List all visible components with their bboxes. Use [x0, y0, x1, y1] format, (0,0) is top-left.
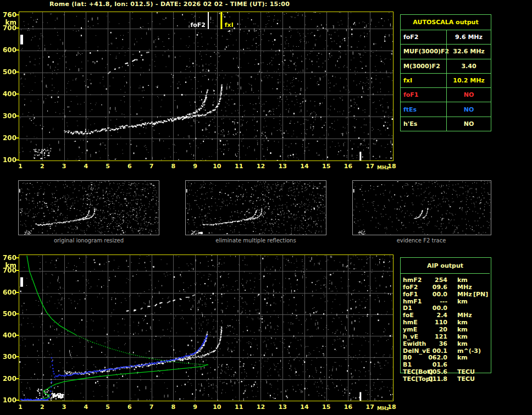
thumbnail-evidence-f2-trace — [352, 180, 491, 235]
aip-row-label: hmE — [403, 319, 418, 326]
aip-row-label: B0 — [403, 355, 412, 361]
aip-row: Ewidth36km — [400, 341, 494, 347]
y-tick-label: 500 — [1, 68, 16, 76]
x-tick-label: 6 — [124, 163, 136, 170]
autoscala-row-label: fxI — [401, 74, 446, 87]
x-tick-label: 1 — [14, 403, 26, 411]
aip-row: hmF2254km — [400, 277, 494, 284]
bottom-x-axis-unit: MHz — [377, 406, 389, 411]
x-tick-label: 5 — [102, 163, 114, 170]
y-tick-mark — [16, 400, 19, 401]
autoscala-row-label: M(3000)F2 — [401, 59, 446, 73]
aip-row-unit: MHz — [457, 291, 472, 298]
y-tick-label: 200 — [1, 134, 16, 142]
aip-row: hmE110km — [400, 319, 494, 326]
x-tick-label: 3 — [58, 163, 70, 170]
thumbnail-original-ionogram — [18, 180, 159, 235]
thumbnail-caption-2: eliminate multiple reflections — [185, 237, 326, 244]
autoscala-row: ftEsNO — [401, 102, 491, 116]
page-title: Rome (lat: +41.8, lon: 012.5) - DATE: 20… — [49, 1, 290, 8]
autoscala-table-rows: foF29.6 MHzMUF(3000)F232.6 MHzM(3000)F23… — [401, 30, 491, 131]
autoscala-row: h'EsNO — [401, 117, 491, 131]
aip-row-label: ymE — [403, 327, 417, 333]
y-tick-label: 760 — [1, 11, 16, 19]
autoscala-row-value: 3.40 — [446, 59, 491, 73]
aip-row-unit: MHz — [457, 312, 472, 319]
x-tick-label: 7 — [146, 403, 158, 411]
aip-row-value: 062.0 — [421, 355, 447, 361]
aip-row-unit: MHz — [457, 284, 472, 291]
aip-row-unit: km — [457, 298, 468, 305]
y-tick-mark — [16, 115, 19, 117]
y-tick-label: 600 — [1, 46, 16, 54]
autoscala-output-table: AUTOSCALA output foF29.6 MHzMUF(3000)F23… — [400, 14, 491, 131]
x-tick-label: 10 — [211, 163, 223, 170]
top-ionogram-plot — [19, 12, 394, 161]
x-tick-label: 3 — [58, 403, 70, 411]
y-tick-mark — [16, 270, 19, 271]
aip-row-unit: km — [457, 355, 468, 361]
x-tick-label: 5 — [102, 403, 114, 411]
aip-row-label: B1 — [403, 362, 412, 368]
y-tick-mark — [16, 93, 19, 95]
aip-row: TEC[Top]011.8TECU — [400, 376, 494, 383]
aip-row-value: 254 — [421, 277, 447, 284]
autoscala-app-window: Rome (lat: +41.8, lon: 012.5) - DATE: 20… — [0, 0, 532, 415]
x-tick-label: 16 — [342, 403, 354, 411]
autoscala-row: foF29.6 MHz — [401, 30, 491, 44]
aip-row: B101.6 — [400, 362, 494, 368]
autoscala-row: M(3000)F23.40 — [401, 59, 491, 73]
y-tick-mark — [16, 27, 19, 29]
autoscala-table-title: AUTOSCALA output — [401, 15, 491, 30]
y-axis-unit: km — [1, 262, 16, 269]
autoscala-row-label: h'Es — [401, 117, 446, 131]
aip-row-unit: km — [457, 327, 468, 333]
y-tick-mark — [16, 356, 19, 357]
aip-row-value: 00.0 — [421, 305, 447, 312]
autoscala-row-value: 10.2 MHz — [446, 74, 491, 87]
x-tick-label: 12 — [254, 403, 267, 411]
aip-row-label: hmF2 — [403, 277, 422, 284]
autoscala-row-label: MUF(3000)F2 — [401, 45, 446, 58]
top-x-axis-unit: MHz — [377, 165, 389, 170]
y-tick-label: 400 — [1, 90, 16, 98]
y-tick-label: 760 — [1, 254, 16, 262]
y-tick-mark — [16, 137, 19, 139]
y-tick-mark — [16, 159, 19, 161]
autoscala-row: MUF(3000)F232.6 MHz — [401, 44, 491, 58]
x-tick-label: 14 — [298, 403, 311, 411]
y-tick-mark — [16, 257, 19, 258]
y-tick-label: 200 — [1, 375, 16, 383]
y-tick-label: 500 — [1, 310, 16, 318]
x-tick-label: 2 — [36, 163, 48, 170]
aip-row: foE2.4MHz — [400, 312, 494, 319]
x-tick-label: 2 — [36, 403, 48, 411]
aip-row-label: foF2 — [403, 284, 418, 291]
thumbnail-caption-1: original ionogram resized — [18, 237, 159, 244]
autoscala-row: foF1NO — [401, 87, 491, 102]
x-tick-label: 6 — [124, 403, 136, 411]
aip-row: foF209.6MHz — [400, 284, 494, 291]
aip-table-title: AIP output — [401, 258, 490, 274]
aip-row-label: foF1 — [403, 291, 418, 298]
aip-row: D100.0 — [400, 305, 494, 312]
y-tick-label: 300 — [1, 353, 16, 361]
autoscala-row-label: ftEs — [401, 102, 446, 116]
x-tick-label: 7 — [146, 163, 158, 170]
thumbnail-caption-3: evidence F2 trace — [351, 237, 492, 244]
x-tick-label: 15 — [320, 403, 332, 411]
autoscala-row-label: foF2 — [401, 30, 446, 44]
x-tick-label: 13 — [276, 403, 289, 411]
aip-row-unit: km — [457, 341, 468, 347]
bottom-ionogram-plot — [19, 254, 394, 401]
aip-row-value: 2.4 — [421, 312, 447, 319]
aip-row-value: 00.0 — [421, 291, 447, 298]
x-tick-label: 17 — [364, 163, 376, 170]
aip-row-value: 121 — [421, 334, 447, 340]
aip-row-label: D1 — [403, 305, 412, 312]
aip-row-unit: TECU — [457, 376, 475, 383]
aip-row: TEC[Bot]005.6TECU — [400, 369, 494, 375]
aip-row-label: h_vE — [403, 334, 418, 340]
y-tick-mark — [16, 292, 19, 293]
aip-row-unit: km — [457, 319, 468, 326]
